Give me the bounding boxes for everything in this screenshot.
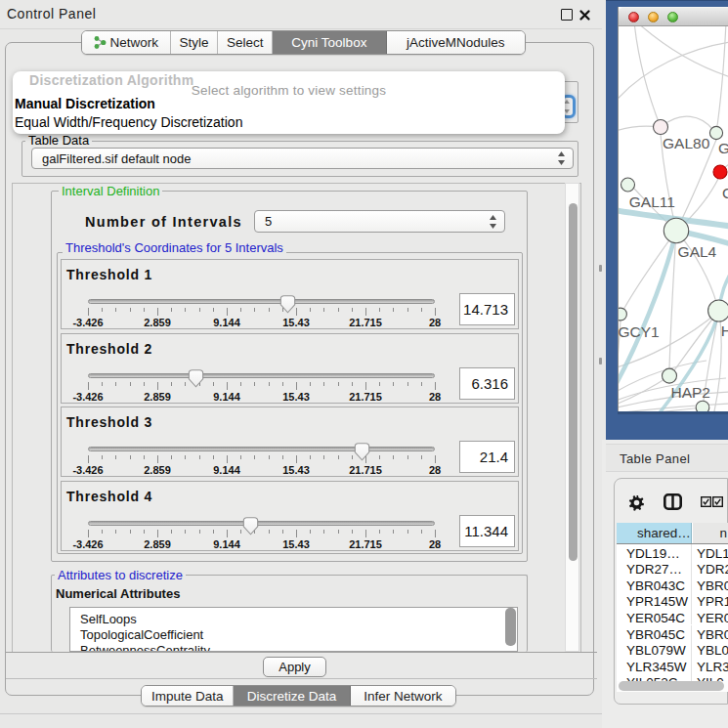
svg-text:H: H [721, 322, 728, 339]
svg-text:GAL11: GAL11 [629, 193, 675, 210]
svg-text:GCY1: GCY1 [619, 323, 660, 340]
svg-text:GAL80: GAL80 [663, 135, 710, 151]
svg-text:HAP2: HAP2 [671, 384, 711, 401]
svg-text:GA: GA [718, 140, 728, 156]
svg-text:GAL4: GAL4 [678, 243, 717, 260]
svg-text:G: G [722, 185, 728, 201]
